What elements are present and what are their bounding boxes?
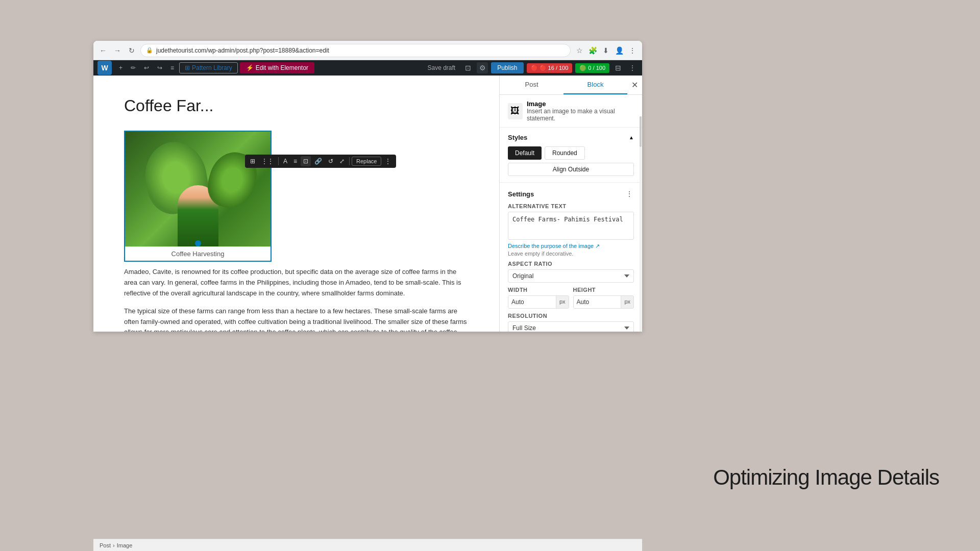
alt-text-input[interactable]: Coffee Farms- Pahimis Festival [508, 212, 634, 240]
image-block[interactable]: Coffee Harvesting [124, 131, 272, 262]
width-field: WIDTH px [508, 283, 569, 309]
article-paragraph-2: The typical size of these farms can rang… [124, 306, 469, 332]
preview-button[interactable]: ⊡ [462, 62, 474, 73]
replace-button[interactable]: Replace [352, 157, 381, 166]
default-style-button[interactable]: Default [508, 146, 542, 160]
styles-section: Styles ▲ Default Rounded Align Outside [500, 128, 642, 183]
panel-header: Post Block ✕ [500, 76, 642, 95]
view-toggle-button[interactable]: ⊟ [612, 62, 624, 73]
nav-back-button[interactable]: ← [97, 45, 109, 56]
nav-forward-button[interactable]: → [112, 45, 123, 56]
tab-block[interactable]: Block [564, 76, 627, 94]
crop-button[interactable]: ⤢ [337, 156, 347, 166]
settings-header-row: Settings ⋮ [508, 189, 634, 199]
link-button[interactable]: 🔗 [312, 156, 325, 166]
tab-post[interactable]: Post [500, 76, 564, 94]
watermark-text: Optimizing Image Details [713, 465, 939, 490]
elementor-button[interactable]: ⚡ Edit with Elementor [240, 62, 314, 73]
rounded-style-button[interactable]: Rounded [545, 146, 585, 160]
post-title[interactable]: Coffee Far... [124, 96, 469, 115]
more-options-button[interactable]: ⋮ [627, 62, 638, 73]
settings-section: Settings ⋮ ALTERNATIVE TEXT Coffee Farms… [500, 183, 642, 332]
styles-title: Styles [508, 134, 527, 141]
seo-score-text: 🔴 16 / 100 [540, 65, 569, 71]
height-input[interactable] [574, 296, 621, 308]
image-type-label: Image [527, 100, 634, 108]
image-resize-handle[interactable] [195, 240, 201, 246]
describe-link[interactable]: Describe the purpose of the image ↗ [508, 243, 634, 249]
width-unit: px [556, 296, 569, 308]
image-person-figure [178, 185, 218, 246]
height-unit: px [621, 296, 633, 308]
align-outside-button[interactable]: Align Outside [508, 163, 634, 176]
wp-admin-bar: W + ✏ ↩ ↪ ≡ ⊞ Pattern Library ⚡ Edit wit… [93, 60, 642, 76]
toolbar-divider [278, 157, 279, 165]
alt-text-label: ALTERNATIVE TEXT [508, 203, 634, 209]
edit-button[interactable]: ✏ [128, 62, 139, 73]
text-color-button[interactable]: A [281, 156, 290, 166]
settings-title: Settings [508, 190, 534, 198]
redo-button[interactable]: ↪ [154, 62, 165, 73]
panel-close-button[interactable]: ✕ [627, 76, 642, 94]
aspect-ratio-select[interactable]: Original [508, 269, 634, 283]
undo-button[interactable]: ↩ [141, 62, 152, 73]
height-input-wrap: px [573, 295, 634, 309]
leave-empty-hint: Leave empty if decorative. [508, 251, 634, 257]
save-draft-button[interactable]: Save draft [423, 63, 459, 73]
wp-logo: W [97, 61, 112, 75]
browser-toolbar: ← → ↻ 🔒 judethetourist.com/wp-admin/post… [93, 41, 642, 60]
elementor-icon: ⚡ [246, 64, 254, 71]
settings-button[interactable]: ⚙ [477, 62, 488, 73]
rotate-button[interactable]: ↺ [326, 156, 336, 166]
scroll-thumb [640, 116, 642, 147]
more-toolbar-button[interactable]: ⋮ [382, 156, 394, 166]
image-drag-handle[interactable]: ⊞ [248, 156, 258, 166]
extensions-icon[interactable]: 🧩 [587, 45, 598, 56]
height-field: HEIGHT px [573, 283, 634, 309]
image-info-text: Image Insert an image to make a visual s… [527, 100, 634, 122]
align-button[interactable]: ≡ [291, 156, 300, 166]
admin-bar-right: Save draft ⊡ ⚙ Publish 🔴 🔴 16 / 100 🟢 0 … [423, 62, 638, 73]
resolution-select[interactable]: Full Size [508, 321, 634, 332]
tools-button[interactable]: ≡ [167, 62, 177, 73]
settings-more-button[interactable]: ⋮ [625, 189, 634, 199]
styles-chevron: ▲ [629, 135, 634, 140]
readability-flag-icon: 🟢 [579, 65, 586, 71]
profile-icon[interactable]: 👤 [614, 45, 625, 56]
pattern-library-button[interactable]: ⊞ Pattern Library [179, 62, 238, 73]
address-bar[interactable]: 🔒 judethetourist.com/wp-admin/post.php?p… [140, 44, 571, 57]
editor-content: Coffee Far... ⊞ ⋮⋮ A ≡ ⊡ 🔗 ↺ ⤢ Replace ⋮ [93, 76, 499, 332]
nav-refresh-button[interactable]: ↻ [126, 45, 137, 56]
menu-icon[interactable]: ⋮ [627, 45, 638, 56]
scroll-bar[interactable] [640, 116, 642, 332]
seo-score-badge: 🔴 🔴 16 / 100 [527, 63, 573, 73]
styles-header[interactable]: Styles ▲ [508, 134, 634, 141]
width-input-wrap: px [508, 295, 569, 309]
aspect-ratio-label: ASPECT RATIO [508, 261, 634, 267]
article-paragraph-1: Amadeo, Cavite, is renowned for its coff… [124, 267, 469, 298]
style-buttons-row: Default Rounded [508, 146, 634, 160]
breadcrumb-bar: Post › Image [93, 539, 642, 551]
editor-main: Coffee Far... ⊞ ⋮⋮ A ≡ ⊡ 🔗 ↺ ⤢ Replace ⋮ [93, 76, 642, 332]
image-style-button[interactable]: ⊡ [301, 156, 311, 166]
image-grid-handle[interactable]: ⋮⋮ [259, 156, 276, 166]
image-caption[interactable]: Coffee Harvesting [125, 246, 271, 261]
bookmark-icon[interactable]: ☆ [574, 45, 585, 56]
height-label: HEIGHT [573, 287, 634, 293]
breadcrumb-separator: › [113, 542, 115, 548]
elementor-label: Edit with Elementor [256, 64, 308, 71]
dimensions-row: WIDTH px HEIGHT px [508, 283, 634, 309]
downloads-icon[interactable]: ⬇ [600, 45, 611, 56]
readability-text: 0 / 100 [588, 65, 605, 71]
width-input[interactable] [508, 296, 556, 308]
image-type-icon: 🖼 [508, 103, 523, 119]
browser-window: ← → ↻ 🔒 judethetourist.com/wp-admin/post… [93, 41, 642, 332]
seo-flag-icon: 🔴 [531, 65, 538, 71]
breadcrumb-post[interactable]: Post [100, 542, 111, 548]
breadcrumb-image: Image [117, 542, 133, 548]
publish-button[interactable]: Publish [491, 62, 523, 73]
width-label: WIDTH [508, 287, 569, 293]
add-new-button[interactable]: + [116, 62, 126, 73]
pattern-icon: ⊞ [185, 64, 190, 71]
right-panel: Post Block ✕ 🖼 Image Insert an image to … [499, 76, 642, 332]
